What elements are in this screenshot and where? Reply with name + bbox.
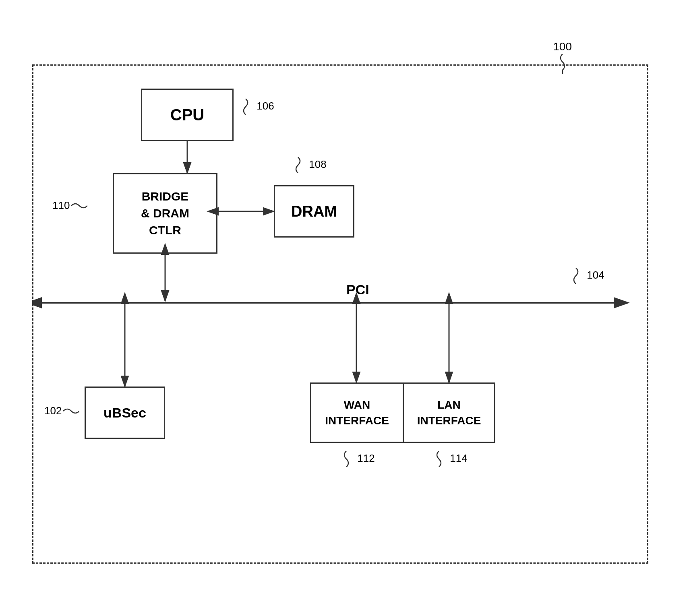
lan-label: LANINTERFACE xyxy=(417,397,481,428)
ref-110-squiggle xyxy=(71,200,87,212)
wan-interface-box: WANINTERFACE xyxy=(310,382,403,443)
ref-114-squiggle xyxy=(431,451,447,467)
bridge-label: BRIDGE& DRAMCTLR xyxy=(141,188,189,239)
ref-102-label: 102 xyxy=(44,405,79,417)
pci-label: PCI xyxy=(346,282,369,298)
ref-102-squiggle xyxy=(63,405,79,417)
diagram-container: 100 CPU 106 BRIDGE& DRAMCTLR 110 DRAM 10… xyxy=(32,40,652,572)
ref-106-label: 106 xyxy=(238,99,274,115)
ref-108-label: 108 xyxy=(290,157,327,173)
cpu-box: CPU xyxy=(141,89,234,141)
ref-104-label: 104 xyxy=(568,268,604,284)
ref-108-squiggle xyxy=(290,157,306,173)
wan-label: WANINTERFACE xyxy=(325,397,389,428)
ref-106-squiggle xyxy=(238,99,254,115)
ref-112-label: 112 xyxy=(338,451,375,467)
cpu-label: CPU xyxy=(170,106,204,124)
ubsec-label: uBSec xyxy=(103,405,146,421)
lan-interface-box: LANINTERFACE xyxy=(403,382,495,443)
dram-box: DRAM xyxy=(274,185,354,238)
ref-110-label: 110 xyxy=(52,199,87,212)
ref-112-squiggle xyxy=(338,451,354,467)
dram-label: DRAM xyxy=(291,203,337,220)
ubsec-box: uBSec xyxy=(85,387,165,439)
ref-114-label: 114 xyxy=(431,451,468,467)
bridge-dram-box: BRIDGE& DRAMCTLR xyxy=(113,173,217,254)
outer-system-box xyxy=(32,64,648,564)
ref-104-squiggle xyxy=(568,268,584,284)
